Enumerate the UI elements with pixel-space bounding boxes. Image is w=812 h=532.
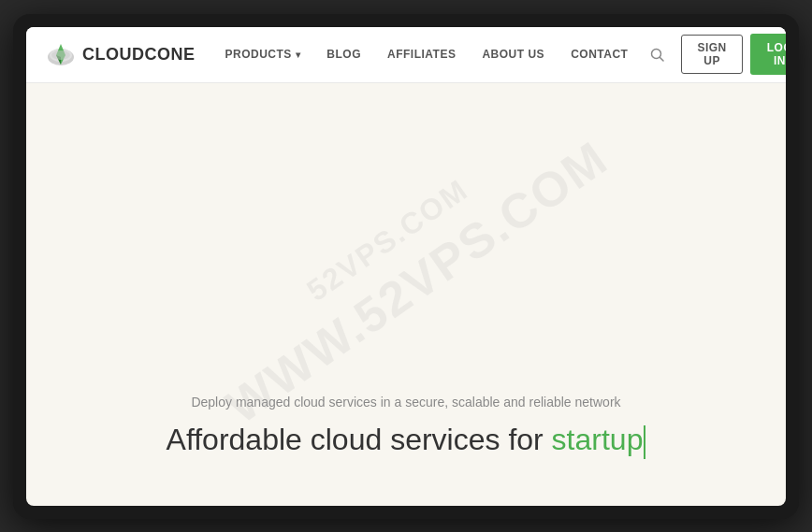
nav-item-about[interactable]: ABOUT US — [469, 27, 558, 83]
headline-text: Affordable cloud services for — [167, 423, 552, 456]
nav-item-contact[interactable]: CONTACT — [558, 27, 641, 83]
svg-line-4 — [660, 57, 664, 61]
logo-icon — [45, 38, 77, 70]
device-frame: 52VPS.COM WWW.52VPS.COM CLOUDCONE PRODUC… — [13, 14, 799, 519]
navbar: CLOUDCONE PRODUCTS BLOG AFFILIATES ABOUT… — [26, 27, 786, 83]
tagline: Deploy managed cloud services in a secur… — [191, 395, 620, 410]
svg-point-2 — [51, 50, 70, 60]
main-content: Deploy managed cloud services in a secur… — [26, 83, 786, 506]
screen: 52VPS.COM WWW.52VPS.COM CLOUDCONE PRODUC… — [26, 27, 786, 506]
headline-highlight: startup — [552, 423, 644, 456]
login-button[interactable]: LOG IN — [750, 34, 786, 75]
logo-text: CLOUDCONE — [82, 45, 196, 65]
nav-item-affiliates[interactable]: AFFILIATES — [374, 27, 469, 83]
nav-links: PRODUCTS BLOG AFFILIATES ABOUT US CONTAC… — [212, 27, 642, 83]
search-icon[interactable] — [641, 48, 674, 62]
cursor — [644, 425, 645, 459]
logo[interactable]: CLOUDCONE — [45, 38, 196, 70]
nav-item-products[interactable]: PRODUCTS — [212, 27, 314, 83]
headline: Affordable cloud services for startup — [167, 423, 646, 459]
nav-item-blog[interactable]: BLOG — [313, 27, 374, 83]
signup-button[interactable]: SIGN UP — [681, 35, 742, 74]
